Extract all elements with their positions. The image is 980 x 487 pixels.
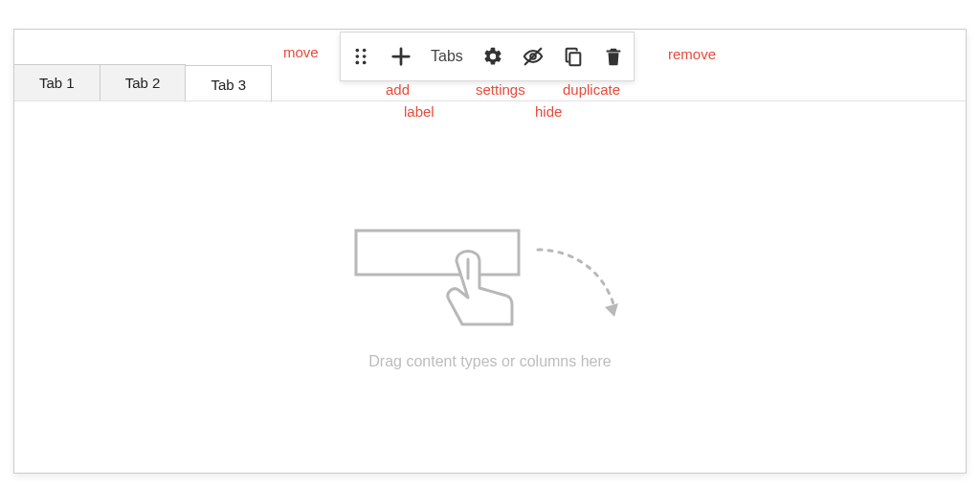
svg-point-2: [356, 49, 360, 53]
remove-button[interactable]: [593, 33, 634, 80]
tab-1[interactable]: Tab 1: [14, 64, 100, 100]
element-label-input[interactable]: Tabs: [421, 48, 473, 65]
drag-drop-illustration: [346, 221, 634, 336]
svg-point-4: [356, 55, 360, 58]
duplicate-icon: [563, 46, 584, 67]
tabs-content-stage: Tab 1 Tab 2 Tab 3 Drag content types or …: [13, 29, 967, 474]
svg-point-7: [363, 61, 367, 65]
move-icon: [350, 46, 371, 67]
dropzone-hint: Drag content types or columns here: [299, 353, 681, 370]
add-button[interactable]: [381, 33, 421, 80]
content-dropzone[interactable]: Drag content types or columns here: [299, 221, 681, 370]
eye-slash-icon: [523, 46, 544, 67]
tab-2[interactable]: Tab 2: [100, 64, 187, 100]
plus-icon: [390, 46, 412, 67]
svg-point-5: [363, 55, 367, 58]
svg-point-3: [363, 49, 367, 53]
move-handle[interactable]: [341, 33, 381, 80]
svg-rect-10: [569, 53, 580, 65]
tab-strip: Tab 1 Tab 2 Tab 3: [14, 64, 272, 101]
tab-3[interactable]: Tab 3: [185, 65, 272, 102]
gear-icon: [482, 46, 503, 67]
hide-button[interactable]: [513, 33, 553, 80]
svg-rect-0: [356, 231, 519, 275]
svg-point-6: [356, 61, 360, 65]
settings-button[interactable]: [473, 33, 513, 80]
trash-icon: [603, 46, 624, 67]
duplicate-button[interactable]: [553, 33, 593, 80]
element-toolbar: Tabs: [340, 32, 635, 81]
